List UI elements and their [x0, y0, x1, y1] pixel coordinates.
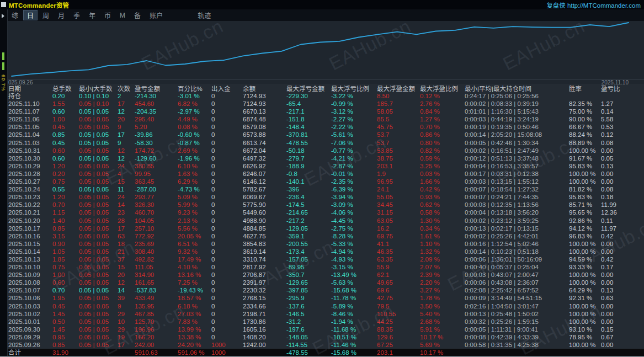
cell-inout: 0: [211, 271, 243, 279]
table-row[interactable]: 2025.10.100.750.05 | 0.0515111.054.10 %0…: [0, 263, 644, 271]
cell-pct: 6.51 %: [178, 240, 211, 248]
table-row[interactable]: 2025.10.163.150.05 | 0.0563772.9220.05 %…: [0, 232, 644, 240]
table-row[interactable]: 2025.10.280.200.05 | 0.05499.951.63 %062…: [0, 170, 644, 178]
cell-ratio: 0.18: [601, 193, 644, 201]
table-row[interactable]: 2025.10.010.500.05 | 0.0510125.707.83 %0…: [0, 318, 644, 326]
cell-pct: 5.09 %: [178, 193, 211, 201]
cell-pct: 24.20 %: [178, 341, 211, 349]
cell-date: 2025.10.21: [8, 209, 52, 216]
menu-item-月[interactable]: 月: [54, 10, 68, 20]
cell-maxdd_pct: -4.45 %: [331, 217, 377, 225]
cell-balance: 7124.93: [243, 92, 286, 100]
cell-pnl: 433.49: [135, 294, 178, 302]
cell-inout: 0: [211, 154, 243, 162]
table-row[interactable]: 2025.11.101.550.05 | 0.1017454.606.82 %0…: [0, 100, 644, 108]
table-row[interactable]: 2025.11.070.600.05 | 0.0512-204.35-2.97 …: [0, 108, 644, 115]
cell-pct: 13.16 %: [178, 271, 211, 279]
cell-winrate: 100.00 %: [569, 178, 601, 185]
cell-count: 20: [118, 271, 135, 279]
cell-maxdd_pct: -0.99 %: [331, 100, 377, 108]
table-row[interactable]: 2025.10.070.700.05 | 0.0514-537.83-19.43…: [0, 286, 644, 294]
cell-maxdd_pct: -4.94 %: [331, 248, 377, 255]
cell-times: 0:00:14 | 0:10:23 | 0:51:18: [465, 248, 569, 255]
cell-winrate: 81.82 %: [569, 185, 601, 193]
table-row[interactable]: 2025.09.290.950.05 | 0.0519166.2013.38 %…: [0, 333, 644, 341]
table-row[interactable]: 2025.10.270.750.05 | 0.0515363.456.29 %0…: [0, 178, 644, 185]
cell-times: 0:00:04 | 0:16:53 | 3:35:57: [465, 162, 569, 170]
brand-link[interactable]: 复盘侠 http://MTCommander.com: [546, 1, 644, 9]
table-row[interactable]: 2025.11.030.450.05 | 0.059-58.30-0.87 %0…: [0, 139, 644, 147]
table-row[interactable]: 2025.10.211.150.05 | 0.0523460.709.23 %0…: [0, 209, 644, 216]
cell-maxdd: -188.9: [286, 162, 331, 170]
cell-inout: 0: [211, 318, 243, 326]
cell-maxfp: 41.1: [377, 240, 420, 248]
table-row[interactable]: 2025.10.201.400.05 | 0.0528104.052.13 %0…: [0, 217, 644, 225]
menu-item-综[interactable]: 综: [8, 10, 22, 20]
cell-maxdd_pct: -5.61 %: [331, 131, 377, 138]
cell-ratio: 0.00: [601, 279, 644, 286]
cell-ratio: 0.11: [601, 217, 644, 225]
menu-item-日[interactable]: 日: [23, 10, 38, 20]
table-row[interactable]: 2025.10.030.450.05 | 0.059135.956.18 %02…: [0, 302, 644, 310]
cell-lots: 1.85: [52, 255, 79, 263]
menu-item-周[interactable]: 周: [39, 10, 53, 20]
table-row[interactable]: 2025.10.300.600.05 | 0.0512-129.60-1.96 …: [0, 154, 644, 162]
cell-maxfp: 55.05: [377, 193, 420, 201]
cell-count: 12: [118, 154, 135, 162]
menu-item-币[interactable]: 币: [100, 10, 115, 20]
cell-balance: 1242.00: [243, 341, 286, 349]
cell-winrate: 95.83 %: [569, 162, 601, 170]
strip-mark: [2, 62, 4, 70]
cell-pct: -19.43 %: [178, 286, 211, 294]
cell-inout: 0: [211, 326, 243, 333]
cell-maxfp: 67.25: [377, 341, 420, 349]
cell-winrate: 95.65 %: [569, 209, 601, 216]
table-row[interactable]: 2025.11.050.450.05 | 0.0595.200.08 %0657…: [0, 123, 644, 131]
cell-lots: 0.70: [52, 201, 79, 209]
cell-times: 0:00:03 | 0:13:15 | 1:55:12: [465, 178, 569, 185]
cell-minmax: 0.05 | 0.05: [79, 271, 118, 279]
table-row[interactable]: 2025.10.231.200.05 | 0.0524293.775.09 %0…: [0, 193, 644, 201]
table-row[interactable]: 2025.10.310.600.05 | 0.0512174.722.69 %0…: [0, 147, 644, 154]
cell-date: 2025.10.30: [8, 154, 52, 162]
table-row[interactable]: 2025.11.040.850.05 | 0.0517-39.86-0.60 %…: [0, 131, 644, 138]
menu-item-年[interactable]: 年: [85, 10, 99, 20]
cell-maxdd: -197.6: [286, 326, 331, 333]
cell-lots: 1.40: [52, 217, 79, 225]
table-row[interactable]: 2025.10.291.200.05 | 0.0524380.856.10 %0…: [0, 162, 644, 170]
table-row[interactable]: 2025.11.061.000.05 | 0.0520295.404.49 %0…: [0, 115, 644, 123]
table-row[interactable]: 2025.10.021.450.05 | 0.0529467.8527.03 %…: [0, 310, 644, 318]
cell-balance: 6626.92: [243, 162, 286, 170]
expand-arrow-icon[interactable]: [2, 14, 4, 18]
table-row[interactable]: 2025.10.091.000.05 | 0.0520314.9013.16 %…: [0, 271, 644, 279]
table-row[interactable]: 2025.10.220.700.05 | 0.0514326.305.99 %0…: [0, 201, 644, 209]
open-position-row[interactable]: 持仓0.200.10 | 0.102-214.30-3.01 %07124.93…: [0, 92, 644, 100]
cell-maxdd: -129.05: [286, 225, 331, 232]
table-row[interactable]: 2025.10.061.950.05 | 0.0539433.4918.57 %…: [0, 294, 644, 302]
cell-minmax: 0.05 | 0.05: [79, 108, 118, 115]
menu-item-账户[interactable]: 账户: [146, 10, 167, 20]
table-row[interactable]: 2025.09.301.450.05 | 0.0529196.9613.99 %…: [0, 326, 644, 333]
menu-item-M[interactable]: M: [116, 11, 129, 20]
cell-minmax: 0.05 | 0.05: [79, 240, 118, 248]
table-row[interactable]: 2025.10.080.600.05 | 0.0512161.657.25 %0…: [0, 279, 644, 286]
cell-pct: 6.10 %: [178, 162, 211, 170]
table-row[interactable]: 2025.10.150.900.05 | 0.0518235.696.51 %0…: [0, 240, 644, 248]
table-row[interactable]: 2025.10.240.550.05 | 0.0511-287.00-4.73 …: [0, 185, 644, 193]
cell-maxfp: 55.9: [377, 263, 420, 271]
cell-date: 2025.10.31: [8, 147, 52, 154]
cell-count: 21: [118, 248, 135, 255]
cell-balance: 2706.87: [243, 271, 286, 279]
cell-ratio: 0.63: [601, 294, 644, 302]
cell-count: 15: [118, 263, 135, 271]
menu-item-轨迹[interactable]: 轨迹: [194, 10, 215, 20]
table-row[interactable]: 2025.10.131.850.05 | 0.0537492.8217.49 %…: [0, 255, 644, 263]
cell-maxdd_pct: -15.68 %: [331, 286, 377, 294]
table-row[interactable]: 2025.10.141.050.05 | 0.0521308.409.32 %0…: [0, 248, 644, 255]
table-row[interactable]: 2025.10.170.850.05 | 0.0517257.105.56 %0…: [0, 225, 644, 232]
menu-item-季[interactable]: 季: [70, 10, 84, 20]
table-row[interactable]: 2025.09.260.850.05 | 0.0517242.0024.20 %…: [0, 341, 644, 349]
cell-maxfp_pct: 3.27 %: [420, 286, 465, 294]
cell-maxdd_pct: -5.89 %: [331, 302, 377, 310]
menu-item-备[interactable]: 备: [130, 10, 145, 20]
